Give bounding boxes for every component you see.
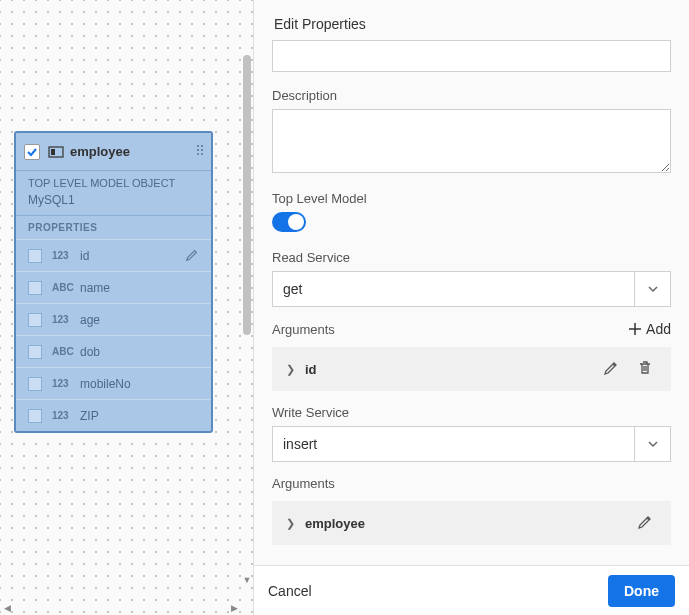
property-checkbox[interactable] (28, 409, 42, 423)
canvas-scrollbar-horizontal[interactable]: ◀ ▶ (0, 601, 241, 615)
read-service-label: Read Service (272, 250, 671, 265)
panel-footer: Cancel Done (254, 565, 689, 615)
properties-panel: Edit Properties Description Top Level Mo… (253, 0, 689, 615)
property-row[interactable]: 123age (16, 303, 211, 335)
toplevel-toggle[interactable] (272, 212, 306, 232)
canvas-scrollbar-vertical[interactable]: ▼ (241, 55, 253, 587)
cancel-button[interactable]: Cancel (268, 583, 312, 599)
property-row[interactable]: ABCdob (16, 335, 211, 367)
read-service-select[interactable]: get (272, 271, 635, 307)
argument-row[interactable]: ❯ employee (272, 501, 671, 545)
model-select-checkbox[interactable] (24, 144, 40, 160)
properties-section-label: PROPERTIES (16, 215, 211, 239)
property-type: 123 (52, 314, 80, 325)
entity-icon (48, 144, 64, 160)
drag-handle-icon[interactable] (197, 145, 203, 155)
property-row[interactable]: 123id (16, 239, 211, 271)
property-type: 123 (52, 250, 80, 261)
key-icon (185, 248, 199, 266)
property-type: ABC (52, 282, 80, 293)
property-row[interactable]: 123ZIP (16, 399, 211, 431)
pencil-icon (637, 514, 653, 530)
scroll-right-arrow-icon[interactable]: ▶ (227, 601, 241, 615)
name-input[interactable] (272, 40, 671, 72)
property-checkbox[interactable] (28, 345, 42, 359)
description-label: Description (272, 88, 671, 103)
property-row[interactable]: 123mobileNo (16, 367, 211, 399)
chevron-down-icon (647, 438, 659, 450)
scroll-thumb[interactable] (243, 55, 251, 335)
property-name: name (80, 281, 110, 295)
chevron-down-icon (647, 283, 659, 295)
toggle-thumb (288, 214, 304, 230)
checkmark-icon (26, 146, 38, 158)
property-type: 123 (52, 410, 80, 421)
canvas-area: employee TOP LEVEL MODEL OBJECT MySQL1 P… (0, 0, 253, 615)
argument-name: employee (305, 516, 623, 531)
property-type: ABC (52, 346, 80, 357)
property-type: 123 (52, 378, 80, 389)
scroll-left-arrow-icon[interactable]: ◀ (0, 601, 14, 615)
property-name: mobileNo (80, 377, 131, 391)
read-arguments-label: Arguments (272, 322, 335, 337)
description-textarea[interactable] (272, 109, 671, 173)
property-name: age (80, 313, 100, 327)
trash-icon (637, 360, 653, 376)
property-row[interactable]: ABCname (16, 271, 211, 303)
delete-argument-button[interactable] (633, 356, 657, 383)
write-service-label: Write Service (272, 405, 671, 420)
property-checkbox[interactable] (28, 313, 42, 327)
model-card-employee[interactable]: employee TOP LEVEL MODEL OBJECT MySQL1 P… (14, 131, 213, 433)
scroll-down-arrow-icon[interactable]: ▼ (241, 573, 253, 587)
chevron-right-icon: ❯ (286, 517, 295, 530)
panel-body: Description Top Level Model Read Service… (254, 40, 689, 565)
property-checkbox[interactable] (28, 377, 42, 391)
add-argument-button[interactable]: Add (628, 321, 671, 337)
write-service-select[interactable]: insert (272, 426, 635, 462)
panel-title: Edit Properties (254, 0, 689, 40)
edit-argument-button[interactable] (633, 510, 657, 537)
model-subtitle: TOP LEVEL MODEL OBJECT (16, 171, 211, 191)
add-label: Add (646, 321, 671, 337)
write-service-caret[interactable] (635, 426, 671, 462)
argument-row[interactable]: ❯ id (272, 347, 671, 391)
edit-argument-button[interactable] (599, 356, 623, 383)
write-arguments-label: Arguments (272, 476, 335, 491)
model-title: employee (70, 144, 130, 159)
property-name: id (80, 249, 89, 263)
read-service-caret[interactable] (635, 271, 671, 307)
plus-icon (628, 322, 642, 336)
property-name: dob (80, 345, 100, 359)
property-name: ZIP (80, 409, 99, 423)
property-checkbox[interactable] (28, 281, 42, 295)
pencil-icon (603, 360, 619, 376)
model-datasource: MySQL1 (16, 191, 211, 215)
svg-rect-1 (51, 149, 55, 155)
argument-name: id (305, 362, 589, 377)
model-header: employee (16, 133, 211, 171)
property-checkbox[interactable] (28, 249, 42, 263)
toplevel-label: Top Level Model (272, 191, 671, 206)
done-button[interactable]: Done (608, 575, 675, 607)
chevron-right-icon: ❯ (286, 363, 295, 376)
